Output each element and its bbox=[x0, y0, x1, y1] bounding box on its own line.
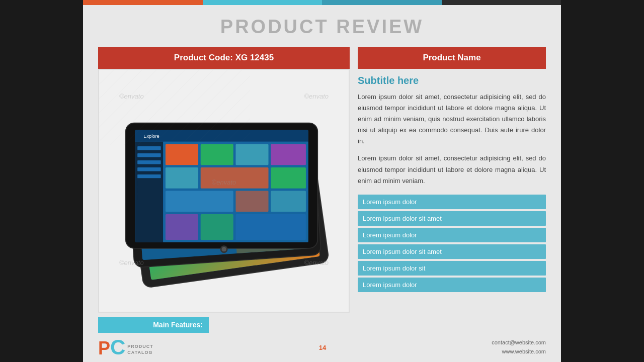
logo-text: PRODUCT CATALOG bbox=[127, 343, 153, 358]
svg-rect-17 bbox=[235, 144, 268, 165]
svg-rect-16 bbox=[200, 144, 233, 165]
contact-website: www.website.com bbox=[492, 347, 546, 356]
logo-pc: PC bbox=[98, 337, 125, 358]
bar-segment-4 bbox=[442, 0, 561, 5]
bar-segment-1 bbox=[83, 0, 203, 5]
svg-rect-20 bbox=[200, 167, 268, 189]
svg-rect-30 bbox=[137, 160, 160, 164]
product-subtitle: Subtitle here bbox=[358, 75, 546, 86]
page-title: PRODUCT REVIEW bbox=[83, 5, 561, 47]
description-paragraph-1: Lorem ipsum dolor sit amet, consectetur … bbox=[358, 92, 546, 147]
product-image-box: ©envato ©envato ©envato ©envato ©envato bbox=[98, 69, 350, 313]
features-label: Main Features: bbox=[98, 317, 209, 333]
svg-rect-26 bbox=[200, 214, 233, 240]
svg-rect-19 bbox=[166, 167, 198, 189]
footer: PC PRODUCT CATALOG 14 contact@website.co… bbox=[83, 333, 561, 362]
feature-item-2: Lorem ipsum dolor sit amet bbox=[358, 211, 546, 226]
right-column: Product Name Subtitle here Lorem ipsum d… bbox=[358, 47, 546, 333]
svg-text:Explore: Explore bbox=[143, 134, 159, 139]
description-paragraph-2: Lorem ipsum dolor sit amet, consectetur … bbox=[358, 153, 546, 186]
logo-area: PC PRODUCT CATALOG bbox=[98, 337, 153, 358]
logo-line1: PRODUCT bbox=[127, 343, 153, 350]
logo-c-letter: C bbox=[110, 335, 125, 359]
svg-rect-35 bbox=[137, 196, 160, 199]
left-column: Product Code: XG 12435 ©envato ©envato ©… bbox=[98, 47, 350, 333]
svg-rect-24 bbox=[271, 191, 306, 212]
svg-rect-31 bbox=[137, 167, 160, 171]
product-code-header: Product Code: XG 12435 bbox=[98, 47, 350, 69]
tablet-illustration: Explore bbox=[112, 82, 336, 300]
svg-rect-23 bbox=[235, 191, 268, 212]
svg-rect-27 bbox=[235, 214, 305, 240]
feature-item-5: Lorem ipsum dolor sit bbox=[358, 261, 546, 276]
svg-rect-15 bbox=[166, 144, 198, 165]
logo-p-letter: P bbox=[98, 338, 110, 358]
feature-item-4: Lorem ipsum dolor sit amet bbox=[358, 244, 546, 259]
contact-email: contact@website.com bbox=[492, 338, 546, 347]
svg-rect-33 bbox=[137, 182, 160, 185]
svg-point-37 bbox=[221, 247, 226, 251]
svg-rect-28 bbox=[137, 146, 160, 150]
main-content: Product Code: XG 12435 ©envato ©envato ©… bbox=[83, 47, 561, 333]
bar-segment-3 bbox=[322, 0, 442, 5]
feature-item-6: Lorem ipsum dolor bbox=[358, 278, 546, 292]
svg-rect-34 bbox=[137, 189, 160, 192]
svg-rect-25 bbox=[166, 214, 198, 240]
contact-info: contact@website.com www.website.com bbox=[492, 338, 546, 356]
logo-line2: CATALOG bbox=[127, 349, 153, 356]
feature-item-1: Lorem ipsum dolor bbox=[358, 195, 546, 209]
page-number: 14 bbox=[319, 344, 326, 351]
features-list: Lorem ipsum dolorLorem ipsum dolor sit a… bbox=[358, 195, 546, 292]
feature-item-3: Lorem ipsum dolor bbox=[358, 228, 546, 242]
product-name-header: Product Name bbox=[358, 47, 546, 69]
svg-rect-18 bbox=[271, 144, 306, 165]
svg-rect-22 bbox=[166, 191, 233, 212]
svg-rect-29 bbox=[137, 153, 160, 157]
top-color-bar bbox=[83, 0, 561, 5]
svg-rect-11 bbox=[135, 130, 308, 142]
svg-rect-21 bbox=[271, 167, 306, 189]
bar-segment-2 bbox=[203, 0, 323, 5]
features-row: Main Features: bbox=[98, 317, 350, 333]
svg-rect-32 bbox=[137, 174, 160, 178]
